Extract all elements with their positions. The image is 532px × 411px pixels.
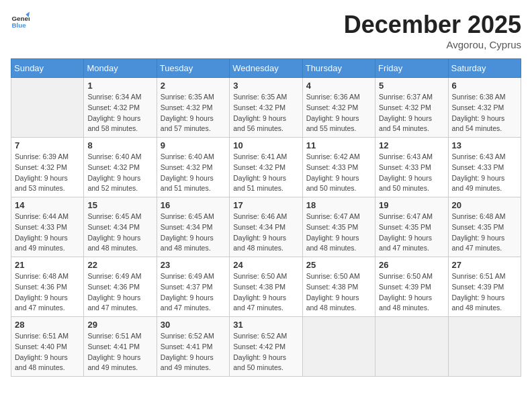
day-info: Sunrise: 6:50 AMSunset: 4:38 PMDaylight:…	[233, 271, 298, 314]
calendar-cell: 30Sunrise: 6:52 AMSunset: 4:41 PMDayligh…	[157, 317, 229, 377]
day-info: Sunrise: 6:40 AMSunset: 4:32 PMDaylight:…	[161, 152, 226, 194]
day-number: 6	[452, 81, 517, 91]
day-info: Sunrise: 6:41 AMSunset: 4:32 PMDaylight:…	[233, 152, 298, 194]
day-number: 15	[87, 200, 152, 210]
day-number: 16	[161, 200, 226, 210]
day-number: 9	[161, 140, 226, 150]
day-number: 28	[15, 320, 80, 330]
day-info: Sunrise: 6:37 AMSunset: 4:32 PMDaylight:…	[379, 92, 444, 134]
day-number: 19	[379, 200, 444, 210]
calendar-cell: 26Sunrise: 6:50 AMSunset: 4:39 PMDayligh…	[375, 257, 448, 317]
title-block: December 2025 Avgorou, Cyprus	[344, 11, 521, 50]
day-number: 20	[452, 200, 517, 210]
day-info: Sunrise: 6:36 AMSunset: 4:32 PMDaylight:…	[306, 92, 371, 134]
calendar-cell: 18Sunrise: 6:47 AMSunset: 4:35 PMDayligh…	[302, 197, 375, 257]
day-number: 25	[306, 260, 371, 270]
weekday-header-wednesday: Wednesday	[230, 59, 302, 78]
calendar-cell: 20Sunrise: 6:48 AMSunset: 4:35 PMDayligh…	[448, 197, 521, 257]
day-number: 17	[233, 200, 298, 210]
weekday-header-row: SundayMondayTuesdayWednesdayThursdayFrid…	[11, 59, 521, 78]
day-info: Sunrise: 6:38 AMSunset: 4:32 PMDaylight:…	[452, 92, 517, 134]
calendar-cell: 29Sunrise: 6:51 AMSunset: 4:41 PMDayligh…	[84, 317, 157, 377]
calendar-cell: 11Sunrise: 6:42 AMSunset: 4:33 PMDayligh…	[302, 138, 375, 197]
day-number: 4	[306, 81, 371, 91]
day-info: Sunrise: 6:47 AMSunset: 4:35 PMDaylight:…	[379, 212, 444, 254]
calendar-table: SundayMondayTuesdayWednesdayThursdayFrid…	[11, 58, 521, 377]
weekday-header-tuesday: Tuesday	[157, 59, 229, 78]
day-number: 1	[87, 81, 152, 91]
month-title: December 2025	[344, 11, 521, 39]
day-info: Sunrise: 6:46 AMSunset: 4:34 PMDaylight:…	[233, 212, 298, 254]
calendar-cell: 9Sunrise: 6:40 AMSunset: 4:32 PMDaylight…	[157, 138, 229, 197]
svg-text:Blue: Blue	[11, 21, 26, 29]
calendar-cell: 5Sunrise: 6:37 AMSunset: 4:32 PMDaylight…	[375, 78, 448, 138]
calendar-cell: 25Sunrise: 6:50 AMSunset: 4:38 PMDayligh…	[302, 257, 375, 317]
day-number: 8	[87, 140, 152, 150]
weekday-header-thursday: Thursday	[302, 59, 375, 78]
calendar-cell: 10Sunrise: 6:41 AMSunset: 4:32 PMDayligh…	[230, 138, 302, 197]
day-info: Sunrise: 6:52 AMSunset: 4:41 PMDaylight:…	[161, 331, 226, 373]
calendar-cell: 28Sunrise: 6:51 AMSunset: 4:40 PMDayligh…	[11, 317, 84, 377]
day-info: Sunrise: 6:52 AMSunset: 4:42 PMDaylight:…	[233, 331, 298, 373]
day-info: Sunrise: 6:35 AMSunset: 4:32 PMDaylight:…	[233, 92, 298, 134]
calendar-cell	[302, 317, 375, 377]
day-number: 14	[15, 200, 80, 210]
weekday-header-saturday: Saturday	[448, 59, 521, 78]
calendar-cell: 31Sunrise: 6:52 AMSunset: 4:42 PMDayligh…	[230, 317, 302, 377]
calendar-week-row: 7Sunrise: 6:39 AMSunset: 4:32 PMDaylight…	[11, 138, 521, 197]
calendar-cell: 19Sunrise: 6:47 AMSunset: 4:35 PMDayligh…	[375, 197, 448, 257]
calendar-cell: 14Sunrise: 6:44 AMSunset: 4:33 PMDayligh…	[11, 197, 84, 257]
day-number: 26	[379, 260, 444, 270]
weekday-header-sunday: Sunday	[11, 59, 84, 78]
day-number: 12	[379, 140, 444, 150]
day-number: 27	[452, 260, 517, 270]
day-number: 24	[233, 260, 298, 270]
calendar-week-row: 14Sunrise: 6:44 AMSunset: 4:33 PMDayligh…	[11, 197, 521, 257]
day-info: Sunrise: 6:40 AMSunset: 4:32 PMDaylight:…	[87, 152, 152, 194]
day-number: 21	[15, 260, 80, 270]
calendar-cell: 12Sunrise: 6:43 AMSunset: 4:33 PMDayligh…	[375, 138, 448, 197]
calendar-cell: 6Sunrise: 6:38 AMSunset: 4:32 PMDaylight…	[448, 78, 521, 138]
day-number: 31	[233, 320, 298, 330]
calendar-cell: 4Sunrise: 6:36 AMSunset: 4:32 PMDaylight…	[302, 78, 375, 138]
page-header: General Blue December 2025 Avgorou, Cypr…	[11, 11, 521, 50]
day-number: 13	[452, 140, 517, 150]
calendar-week-row: 21Sunrise: 6:48 AMSunset: 4:36 PMDayligh…	[11, 257, 521, 317]
calendar-cell: 27Sunrise: 6:51 AMSunset: 4:39 PMDayligh…	[448, 257, 521, 317]
calendar-week-row: 1Sunrise: 6:34 AMSunset: 4:32 PMDaylight…	[11, 78, 521, 138]
calendar-cell: 21Sunrise: 6:48 AMSunset: 4:36 PMDayligh…	[11, 257, 84, 317]
day-number: 22	[87, 260, 152, 270]
day-info: Sunrise: 6:43 AMSunset: 4:33 PMDaylight:…	[452, 152, 517, 194]
day-info: Sunrise: 6:39 AMSunset: 4:32 PMDaylight:…	[15, 152, 80, 194]
day-info: Sunrise: 6:45 AMSunset: 4:34 PMDaylight:…	[87, 212, 152, 254]
day-info: Sunrise: 6:48 AMSunset: 4:36 PMDaylight:…	[15, 271, 80, 314]
day-number: 11	[306, 140, 371, 150]
calendar-cell: 3Sunrise: 6:35 AMSunset: 4:32 PMDaylight…	[230, 78, 302, 138]
day-info: Sunrise: 6:51 AMSunset: 4:40 PMDaylight:…	[15, 331, 80, 373]
day-info: Sunrise: 6:43 AMSunset: 4:33 PMDaylight:…	[379, 152, 444, 194]
calendar-cell: 16Sunrise: 6:45 AMSunset: 4:34 PMDayligh…	[157, 197, 229, 257]
calendar-cell	[375, 317, 448, 377]
logo-icon: General Blue	[11, 11, 30, 30]
day-number: 23	[161, 260, 226, 270]
day-info: Sunrise: 6:44 AMSunset: 4:33 PMDaylight:…	[15, 212, 80, 254]
day-number: 29	[87, 320, 152, 330]
location-title: Avgorou, Cyprus	[344, 39, 521, 50]
day-info: Sunrise: 6:50 AMSunset: 4:39 PMDaylight:…	[379, 271, 444, 314]
day-info: Sunrise: 6:34 AMSunset: 4:32 PMDaylight:…	[87, 92, 152, 134]
calendar-cell: 17Sunrise: 6:46 AMSunset: 4:34 PMDayligh…	[230, 197, 302, 257]
calendar-cell: 13Sunrise: 6:43 AMSunset: 4:33 PMDayligh…	[448, 138, 521, 197]
calendar-cell	[11, 78, 84, 138]
calendar-cell: 8Sunrise: 6:40 AMSunset: 4:32 PMDaylight…	[84, 138, 157, 197]
calendar-cell: 1Sunrise: 6:34 AMSunset: 4:32 PMDaylight…	[84, 78, 157, 138]
calendar-cell: 22Sunrise: 6:49 AMSunset: 4:36 PMDayligh…	[84, 257, 157, 317]
calendar-cell: 7Sunrise: 6:39 AMSunset: 4:32 PMDaylight…	[11, 138, 84, 197]
calendar-cell: 23Sunrise: 6:49 AMSunset: 4:37 PMDayligh…	[157, 257, 229, 317]
day-info: Sunrise: 6:47 AMSunset: 4:35 PMDaylight:…	[306, 212, 371, 254]
day-info: Sunrise: 6:51 AMSunset: 4:41 PMDaylight:…	[87, 331, 152, 373]
day-number: 5	[379, 81, 444, 91]
calendar-cell: 2Sunrise: 6:35 AMSunset: 4:32 PMDaylight…	[157, 78, 229, 138]
weekday-header-friday: Friday	[375, 59, 448, 78]
day-info: Sunrise: 6:35 AMSunset: 4:32 PMDaylight:…	[161, 92, 226, 134]
day-info: Sunrise: 6:45 AMSunset: 4:34 PMDaylight:…	[161, 212, 226, 254]
